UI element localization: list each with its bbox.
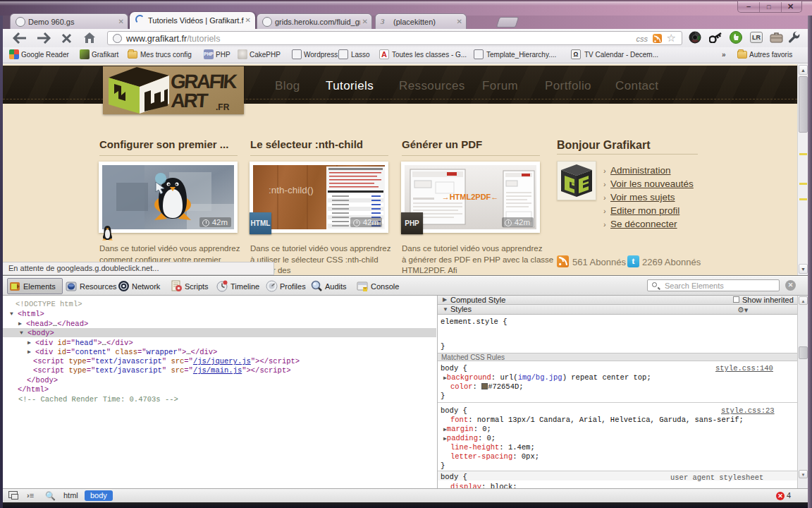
svg-text:→HTML2PDF←: →HTML2PDF← xyxy=(442,193,499,201)
svg-text::nth-child(): :nth-child() xyxy=(269,185,314,195)
svg-text:.FR: .FR xyxy=(216,102,230,112)
svg-text:ART: ART xyxy=(170,90,209,111)
